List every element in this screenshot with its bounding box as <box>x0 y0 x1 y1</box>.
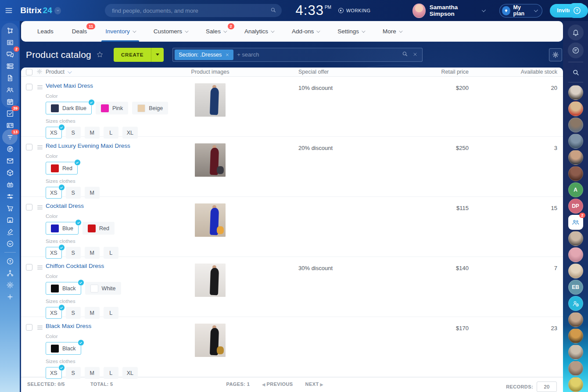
size-chip-l[interactable]: L <box>104 307 118 319</box>
size-chip-m[interactable]: M <box>85 127 100 139</box>
size-chip-m[interactable]: M <box>85 247 100 259</box>
size-chip-s[interactable]: S <box>66 307 81 319</box>
product-name-link[interactable]: Chiffon Cocktail Dress <box>46 263 104 269</box>
avatar-woman-blonde[interactable] <box>568 264 583 278</box>
marketing-target-icon[interactable] <box>1 143 18 155</box>
grid-settings-button[interactable] <box>549 48 562 61</box>
automation-bot-icon[interactable] <box>1 178 18 190</box>
row-checkbox[interactable] <box>26 144 32 150</box>
filter-search-bar[interactable]: Section: .Dresses + search <box>172 48 423 62</box>
create-button[interactable]: CREATE <box>114 48 164 62</box>
settings-sliders-icon[interactable] <box>1 190 18 202</box>
avatar-girl[interactable] <box>568 361 583 376</box>
column-product-images[interactable]: Product images <box>177 69 243 75</box>
favorite-star-icon[interactable] <box>96 51 104 58</box>
drive-icon[interactable] <box>1 60 18 72</box>
logo-chevron-icon[interactable] <box>54 7 61 14</box>
color-chip-white[interactable]: White <box>85 282 121 295</box>
avatar-tiger[interactable] <box>568 328 583 343</box>
size-chip-xl[interactable]: XL <box>122 127 138 139</box>
product-image[interactable] <box>195 324 226 357</box>
row-checkbox[interactable] <box>26 204 32 210</box>
avatar-man-suit[interactable] <box>568 85 583 100</box>
product-name-link[interactable]: Velvet Maxi Dress <box>46 82 93 89</box>
invite-user-button[interactable] <box>568 296 583 311</box>
product-image[interactable] <box>195 83 226 117</box>
nav-item-deals[interactable]: Deals11 <box>63 21 97 42</box>
size-chip-l[interactable]: L <box>104 247 118 259</box>
avatar-initials-eb[interactable]: EB <box>568 280 583 295</box>
my-plan-button[interactable]: My plan <box>499 4 542 18</box>
product-image[interactable] <box>195 264 226 297</box>
avatar-woman-red-sweater[interactable] <box>568 101 583 116</box>
avatar-woman-curly[interactable] <box>568 150 583 165</box>
filter-clear-icon[interactable] <box>412 51 418 59</box>
e-signature-icon[interactable] <box>1 226 18 238</box>
product-name-link[interactable]: Black Maxi Dress <box>46 323 91 329</box>
color-chip-dark-blue[interactable]: Dark Blue <box>46 102 92 114</box>
column-retail-price[interactable]: Retail price <box>384 69 476 75</box>
size-chip-l[interactable]: L <box>104 367 118 379</box>
tasks-icon[interactable]: 39 <box>1 107 18 119</box>
filter-chip[interactable]: Section: .Dresses <box>175 50 233 60</box>
color-chip-beige[interactable]: Beige <box>132 102 168 114</box>
column-special-offer[interactable]: Special offer <box>243 69 384 75</box>
size-chip-xs[interactable]: XS <box>46 307 62 319</box>
color-chip-pink[interactable]: Pink <box>96 102 128 114</box>
nav-item-sales[interactable]: Sales2 <box>197 21 235 42</box>
size-chip-m[interactable]: M <box>85 367 100 379</box>
color-chip-black[interactable]: Black <box>46 282 81 295</box>
help-button[interactable]: ? <box>570 3 584 18</box>
avatar-woman-dark-hair[interactable] <box>568 312 583 327</box>
remove-filter-icon[interactable] <box>225 53 229 57</box>
size-chip-xs[interactable]: XS <box>46 187 62 199</box>
color-chip-black[interactable]: Black <box>46 342 81 355</box>
size-chip-m[interactable]: M <box>85 187 100 199</box>
color-chip-red[interactable]: Red <box>82 222 115 235</box>
work-status[interactable]: WORKING <box>338 8 371 13</box>
avatar-woman-brown[interactable] <box>568 166 583 181</box>
shopping-cart-icon[interactable] <box>1 202 18 214</box>
size-chip-l[interactable]: L <box>104 127 118 139</box>
size-chip-m[interactable]: M <box>85 307 100 319</box>
product-box-icon[interactable] <box>1 167 18 178</box>
size-chip-s[interactable]: S <box>66 187 81 199</box>
help-circle-icon[interactable]: ? <box>1 255 18 267</box>
bitrix24-logo[interactable]: Bitrix 24 <box>20 6 52 15</box>
nav-item-more[interactable]: More <box>373 21 411 42</box>
collapse-chevron-icon[interactable] <box>1 238 18 249</box>
product-image[interactable] <box>195 203 226 237</box>
row-checkbox[interactable] <box>26 264 32 271</box>
global-search-input[interactable] <box>112 7 269 14</box>
user-menu[interactable]: Samantha Simpson <box>412 4 484 18</box>
search-icon[interactable] <box>568 66 584 79</box>
product-name-link[interactable]: Cocktail Dress <box>46 203 84 209</box>
messenger-icon[interactable]: 2 <box>1 48 18 60</box>
records-per-page-select[interactable]: 20 <box>537 381 557 392</box>
size-chip-s[interactable]: S <box>66 127 81 139</box>
settings-gear-icon[interactable] <box>1 279 18 291</box>
drag-handle-icon[interactable] <box>36 264 43 273</box>
user-avatar[interactable] <box>412 4 425 18</box>
drag-handle-icon[interactable] <box>36 144 43 153</box>
online-store-icon[interactable] <box>1 214 18 226</box>
add-plus-icon[interactable] <box>1 291 18 303</box>
row-checkbox[interactable] <box>26 84 32 90</box>
avatar-man-crowd[interactable] <box>568 134 583 149</box>
size-chip-s[interactable]: S <box>66 367 81 379</box>
avatar-initials-a[interactable]: A <box>568 182 583 197</box>
documents-icon[interactable] <box>1 72 18 84</box>
size-chip-xs[interactable]: XS <box>46 247 62 259</box>
color-chip-red[interactable]: Red <box>46 162 78 175</box>
column-available-stock[interactable]: Available stock <box>476 69 563 75</box>
nav-item-customers[interactable]: Customers <box>144 21 197 42</box>
global-search[interactable] <box>105 4 281 17</box>
avatar-man-beard[interactable] <box>568 345 583 360</box>
row-checkbox[interactable] <box>26 324 32 331</box>
previous-page-button[interactable]: ◀ PREVIOUS <box>262 381 293 387</box>
share-network-icon[interactable] <box>1 25 18 36</box>
nav-item-settings[interactable]: Settings <box>328 21 373 42</box>
product-name-link[interactable]: Red Luxury Evening Maxi Dress <box>46 143 130 149</box>
product-image[interactable] <box>195 143 226 177</box>
select-all-checkbox[interactable] <box>26 69 32 75</box>
